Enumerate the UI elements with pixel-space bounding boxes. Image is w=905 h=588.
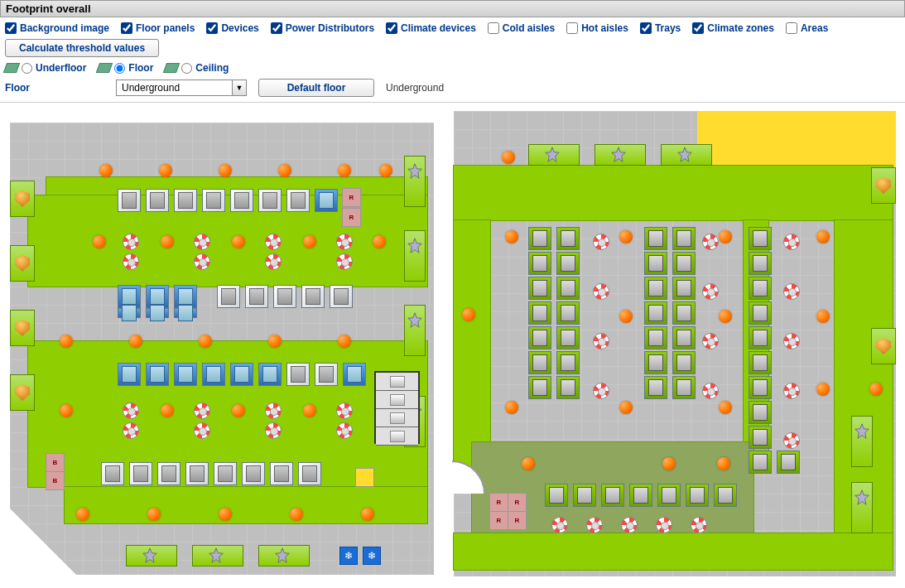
tile-r[interactable]: R xyxy=(508,494,526,511)
rack[interactable] xyxy=(157,462,181,485)
rack[interactable] xyxy=(174,189,197,212)
sensor-dot[interactable] xyxy=(379,164,392,177)
sensor-dot[interactable] xyxy=(462,308,475,321)
wall-device[interactable] xyxy=(10,374,35,411)
rack[interactable] xyxy=(644,301,667,325)
rack[interactable] xyxy=(749,351,772,374)
rack[interactable] xyxy=(556,326,580,349)
rack[interactable] xyxy=(749,252,772,275)
sensor-dot[interactable] xyxy=(719,310,732,323)
chk-floor-input[interactable] xyxy=(121,22,132,34)
wall-device[interactable] xyxy=(871,167,896,204)
chk-zones-input[interactable] xyxy=(692,22,704,34)
sensor-dot[interactable] xyxy=(232,404,245,417)
lifebuoy-icon[interactable] xyxy=(593,333,609,349)
rack[interactable] xyxy=(273,285,296,308)
sensor-dot[interactable] xyxy=(219,164,232,177)
rack[interactable] xyxy=(315,363,338,386)
rack[interactable] xyxy=(644,277,667,300)
sensor-dot[interactable] xyxy=(619,401,633,414)
rack[interactable] xyxy=(343,363,366,386)
lifebuoy-icon[interactable] xyxy=(783,383,800,399)
rack[interactable] xyxy=(146,308,169,318)
lifebuoy-icon[interactable] xyxy=(783,283,800,300)
sensor-dot[interactable] xyxy=(719,401,732,414)
wall-device[interactable] xyxy=(10,245,35,282)
rack[interactable] xyxy=(749,401,772,424)
chk-areas-input[interactable] xyxy=(786,22,797,34)
rack[interactable] xyxy=(672,252,696,275)
rack[interactable] xyxy=(644,227,667,250)
rack[interactable] xyxy=(749,426,772,449)
rack[interactable] xyxy=(644,351,667,374)
lifebuoy-icon[interactable] xyxy=(621,517,638,533)
rack[interactable] xyxy=(672,227,696,250)
sensor-dot[interactable] xyxy=(338,335,351,348)
lifebuoy-icon[interactable] xyxy=(551,517,568,533)
sensor-dot[interactable] xyxy=(816,383,830,396)
chk-climate[interactable]: Climate devices xyxy=(386,22,476,34)
sensor-dot[interactable] xyxy=(147,508,161,521)
rack[interactable] xyxy=(101,462,124,485)
lifebuoy-icon[interactable] xyxy=(783,333,800,349)
rack[interactable] xyxy=(301,285,325,308)
sensor-dot[interactable] xyxy=(268,335,282,348)
default-floor-button[interactable]: Default floor xyxy=(258,79,374,97)
climate-device-icon[interactable]: ❄ xyxy=(363,547,381,565)
rack[interactable] xyxy=(749,326,772,349)
lifebuoy-icon[interactable] xyxy=(593,283,609,300)
rack[interactable] xyxy=(245,285,268,308)
rack[interactable] xyxy=(749,277,772,300)
floor-combo[interactable]: ▼ xyxy=(116,80,247,96)
rack[interactable] xyxy=(629,484,652,507)
rack[interactable] xyxy=(601,484,624,507)
chk-areas[interactable]: Areas xyxy=(786,22,828,34)
lifebuoy-icon[interactable] xyxy=(691,517,707,533)
rack[interactable] xyxy=(258,189,282,212)
rack[interactable] xyxy=(202,189,225,212)
zone[interactable] xyxy=(28,195,427,287)
tile-r[interactable]: R xyxy=(490,512,508,529)
rack[interactable] xyxy=(556,351,580,374)
sensor-dot[interactable] xyxy=(303,404,316,417)
lifebuoy-icon[interactable] xyxy=(593,234,609,250)
rack[interactable] xyxy=(315,189,338,212)
rack[interactable] xyxy=(644,252,667,275)
rack[interactable] xyxy=(118,308,141,318)
chk-power[interactable]: Power Distributors xyxy=(271,22,374,34)
rack[interactable] xyxy=(686,484,709,507)
sensor-dot[interactable] xyxy=(619,230,633,243)
sensor-dot[interactable] xyxy=(159,164,172,177)
room-left[interactable]: /*placeholder*/ R R xyxy=(10,123,434,575)
radio-ceiling[interactable]: Ceiling xyxy=(165,62,229,74)
lifebuoy-icon[interactable] xyxy=(336,402,353,419)
rack[interactable] xyxy=(528,326,551,349)
chk-bg-input[interactable] xyxy=(5,22,17,34)
chk-trays-input[interactable] xyxy=(640,22,652,34)
rack[interactable] xyxy=(556,227,580,250)
rack[interactable] xyxy=(749,451,772,474)
rack[interactable] xyxy=(545,484,568,507)
rack[interactable] xyxy=(242,462,265,485)
room-right[interactable]: R R R R xyxy=(454,111,896,576)
tile-yellow[interactable] xyxy=(356,469,373,486)
lifebuoy-icon[interactable] xyxy=(265,402,282,419)
rack[interactable] xyxy=(528,376,551,399)
zone[interactable] xyxy=(454,220,490,475)
rack[interactable] xyxy=(118,363,141,386)
rack[interactable] xyxy=(217,285,240,308)
rack[interactable] xyxy=(174,308,197,318)
sensor-dot[interactable] xyxy=(303,235,316,248)
climate-device-icon[interactable]: ❄ xyxy=(339,547,358,565)
tile-b[interactable]: B xyxy=(46,472,64,489)
sensor-dot[interactable] xyxy=(719,230,732,243)
zone[interactable] xyxy=(454,533,893,570)
lifebuoy-icon[interactable] xyxy=(194,402,210,419)
sensor-dot[interactable] xyxy=(338,164,351,177)
rack[interactable] xyxy=(146,363,169,386)
rack[interactable] xyxy=(146,189,169,212)
rack[interactable] xyxy=(644,326,667,349)
rack[interactable] xyxy=(777,451,800,474)
rack[interactable] xyxy=(214,462,237,485)
sensor-dot[interactable] xyxy=(373,235,386,248)
